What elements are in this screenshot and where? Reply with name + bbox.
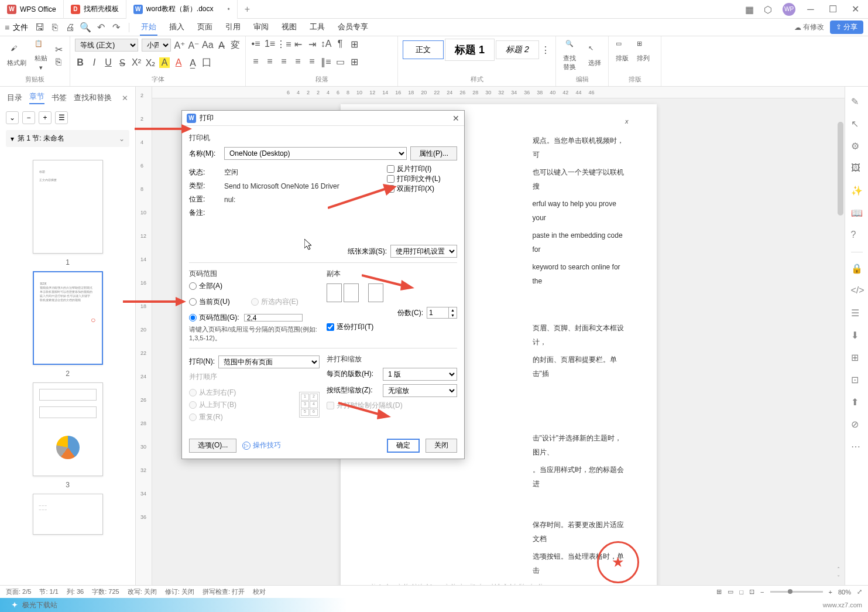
multilevel-icon[interactable]: ⋮≡ <box>279 39 289 49</box>
status-words[interactable]: 字数: 725 <box>92 587 119 596</box>
indent-dec-icon[interactable]: ⇤ <box>293 39 303 49</box>
export-icon[interactable]: ⎘ <box>49 22 61 33</box>
highlight-icon[interactable]: A <box>159 57 170 68</box>
reverse-check[interactable]: 反片打印(I) <box>387 164 457 174</box>
image-icon[interactable]: 🖼 <box>851 163 863 175</box>
subscript-icon[interactable]: X₂ <box>145 57 156 68</box>
underline-icon[interactable]: U <box>103 57 114 68</box>
paper-source-select[interactable]: 使用打印机设置 <box>390 245 457 258</box>
properties-button[interactable]: 属性(P)... <box>410 146 457 160</box>
align-justify-icon[interactable]: ≡ <box>293 56 303 67</box>
menu-tab-view[interactable]: 视图 <box>280 19 298 36</box>
thumbnail-4[interactable]: ─ ─ ── ─ ─ <box>0 494 135 535</box>
undo-icon[interactable]: ↶ <box>95 22 107 33</box>
font-size-select[interactable]: 小四 <box>142 39 171 52</box>
list-icon[interactable]: ☰ <box>851 307 863 319</box>
apps-icon[interactable]: ▦ <box>745 4 756 15</box>
status-revise[interactable]: 修订: 关闭 <box>165 587 194 596</box>
tabs-icon[interactable]: ⊞ <box>349 39 359 49</box>
to-file-check[interactable]: 打印到文件(L) <box>387 174 457 184</box>
share-button[interactable]: ⇪ 分享 <box>830 20 863 34</box>
italic-icon[interactable]: I <box>89 57 100 68</box>
pages-input[interactable] <box>244 314 303 322</box>
thumbnail-2[interactable]: 第2页视频提供功能强大的方法帮助您证明观点单击联机视频时可以在想要添加的视频的嵌… <box>0 271 135 378</box>
copies-spinner[interactable]: ▲▼ <box>427 307 457 319</box>
upload-icon[interactable]: ⬆ <box>851 396 863 408</box>
printer-name-select[interactable]: OneNote (Desktop) <box>224 147 407 160</box>
view-mode-icon[interactable]: ⊞ <box>716 588 722 596</box>
zoom-in-icon[interactable]: + <box>829 589 832 596</box>
nav-close-icon[interactable]: ✕ <box>122 94 128 102</box>
scroll-up-icon[interactable]: ˆ <box>838 567 839 573</box>
shrink-font-icon[interactable]: A⁻ <box>188 40 199 50</box>
zoom-value[interactable]: 80% <box>838 589 851 596</box>
pen-icon[interactable]: ✎ <box>851 96 863 108</box>
distribute-icon[interactable]: ≡ <box>307 56 317 67</box>
styles-more-icon[interactable]: ⋮ <box>540 45 551 55</box>
copy-icon[interactable]: ⎘ <box>53 57 64 67</box>
border-icon[interactable]: ⊞ <box>349 56 359 67</box>
code-icon[interactable]: </> <box>851 285 863 297</box>
menu-tab-tools[interactable]: 工具 <box>308 19 326 36</box>
view-mode-icon[interactable]: ▭ <box>728 588 733 596</box>
hamburger-icon[interactable]: ≡ <box>5 23 9 32</box>
align-left-icon[interactable]: ≡ <box>251 56 261 67</box>
download-icon[interactable]: ⬇ <box>851 330 863 341</box>
show-marks-icon[interactable]: ¶ <box>335 39 345 49</box>
style-heading2[interactable]: 标题 2 <box>496 40 539 59</box>
nav-collapse-button[interactable]: ⌄ <box>6 111 19 124</box>
tab-templates[interactable]: D 找稻壳模板 <box>64 0 126 19</box>
view-mode-icon[interactable]: □ <box>739 589 743 596</box>
style-normal[interactable]: 正文 <box>403 40 444 59</box>
modify-indicator[interactable]: ☁ 有修改 <box>794 22 824 32</box>
menu-tab-page[interactable]: 页面 <box>196 19 214 36</box>
lock-icon[interactable]: 🔒 <box>851 263 863 275</box>
redo-icon[interactable]: ↷ <box>110 22 122 33</box>
arrange-button[interactable]: ▭排版 <box>613 39 631 64</box>
save-icon[interactable]: 🖫 <box>34 22 46 33</box>
nav-tab-sections[interactable]: 章节 <box>29 91 44 104</box>
indent-inc-icon[interactable]: ⇥ <box>307 39 317 49</box>
close-button[interactable]: ✕ <box>848 2 862 16</box>
tips-link[interactable]: ▷操作技巧 <box>242 440 281 450</box>
grid-icon[interactable]: ⊡ <box>851 374 863 386</box>
minimize-button[interactable]: ─ <box>804 2 818 16</box>
status-proof[interactable]: 校对 <box>253 587 266 596</box>
status-page[interactable]: 页面: 2/5 <box>6 587 31 596</box>
spin-down-icon[interactable]: ▼ <box>449 313 457 318</box>
status-section[interactable]: 节: 1/1 <box>39 587 58 596</box>
dialog-close-button[interactable]: ✕ <box>452 114 459 123</box>
superscript-icon[interactable]: X² <box>131 57 142 68</box>
duplex-check[interactable]: 双面打印(X) <box>387 184 457 194</box>
nav-page-button[interactable]: ☰ <box>55 111 68 124</box>
thumbnail-1[interactable]: 标题正文内容摘要 1 <box>0 160 135 266</box>
clear-format-icon[interactable]: A̶ <box>217 40 227 50</box>
nav-tab-bookmarks[interactable]: 书签 <box>52 93 67 103</box>
section-item[interactable]: ▾ 第 1 节: 未命名 ⌄ <box>6 130 129 147</box>
nav-minus-button[interactable]: − <box>22 111 35 124</box>
status-track[interactable]: 改写: 关闭 <box>128 587 157 596</box>
bullets-icon[interactable]: •≡ <box>251 39 261 49</box>
scale-select[interactable]: 无缩放 <box>383 384 457 397</box>
layout-icon[interactable]: ⊞ <box>851 352 863 364</box>
tab-wps-home[interactable]: W WPS Office <box>0 0 64 19</box>
grow-font-icon[interactable]: A⁺ <box>174 40 185 50</box>
line-spacing-icon[interactable]: ‖≡ <box>321 56 331 67</box>
shading-icon[interactable]: ▭ <box>335 56 345 67</box>
maximize-button[interactable]: ☐ <box>826 2 840 16</box>
zoom-slider[interactable] <box>770 591 823 593</box>
pinyin-icon[interactable]: 変 <box>230 40 241 50</box>
menu-tab-member[interactable]: 会员专享 <box>337 19 369 36</box>
font-name-select[interactable]: 等线 (正文) <box>75 39 138 52</box>
menu-tab-insert[interactable]: 插入 <box>168 19 186 36</box>
status-spell[interactable]: 拼写检查: 打开 <box>203 587 245 596</box>
change-case-icon[interactable]: Aa <box>203 40 213 50</box>
tab-add-button[interactable]: + <box>238 4 257 15</box>
ok-button[interactable]: 确定 <box>387 439 420 453</box>
menu-tab-review[interactable]: 审阅 <box>252 19 270 36</box>
align-right-icon[interactable]: ≡ <box>279 56 289 67</box>
strike-icon[interactable]: S̶ <box>117 57 128 68</box>
book-icon[interactable]: 📖 <box>851 207 863 219</box>
paste-button[interactable]: 📋粘贴 ▾ <box>32 39 50 73</box>
user-avatar[interactable]: WP <box>783 3 795 16</box>
